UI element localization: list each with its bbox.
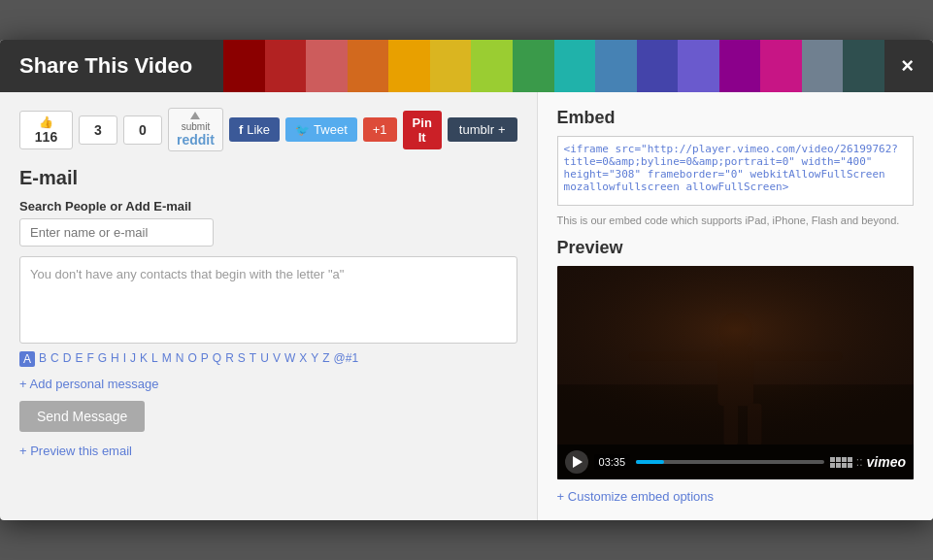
alpha-special[interactable]: @#1 (334, 351, 359, 367)
alpha-N[interactable]: N (176, 351, 184, 367)
video-preview: 03:35 (557, 266, 914, 479)
alpha-X[interactable]: X (299, 351, 307, 367)
email-section-title: E-mail (19, 167, 517, 189)
add-message-link[interactable]: + Add personal message (19, 377, 517, 391)
vimeo-logo: vimeo (867, 454, 906, 470)
search-field-label: Search People or Add E-mail (19, 199, 517, 214)
facebook-like-button[interactable]: f Like (229, 117, 280, 142)
volume-icon (830, 457, 852, 468)
thumb-icon: 👍 (39, 115, 53, 129)
social-bar: 👍 116 3 0 submit reddit f Like 🐦 Tweet (19, 108, 517, 151)
rainbow-bar (223, 40, 884, 92)
play-icon (573, 456, 583, 468)
alpha-C[interactable]: C (50, 351, 59, 367)
tweet-count-box: 3 (79, 115, 117, 145)
alpha-V[interactable]: V (273, 351, 281, 367)
alpha-O[interactable]: O (187, 351, 196, 367)
twitter-icon: 🐦 (295, 123, 310, 137)
reddit-label: reddit (177, 132, 215, 148)
customize-embed-link[interactable]: + Customize embed options (557, 489, 715, 504)
like-count-box: 👍 116 (19, 111, 73, 149)
left-panel: 👍 116 3 0 submit reddit f Like 🐦 Tweet (0, 92, 538, 520)
reddit-button[interactable]: submit reddit (168, 108, 223, 151)
alpha-G[interactable]: G (98, 351, 107, 367)
alpha-Y[interactable]: Y (311, 351, 318, 367)
tweet-button[interactable]: 🐦 Tweet (285, 117, 357, 142)
alpha-D[interactable]: D (63, 351, 72, 367)
video-time: 03:35 (594, 454, 631, 470)
alpha-Z[interactable]: Z (322, 351, 329, 367)
alpha-B[interactable]: B (39, 351, 47, 367)
alpha-P[interactable]: P (201, 351, 209, 367)
alpha-R[interactable]: R (225, 351, 234, 367)
facebook-icon: f (239, 122, 243, 137)
arrow-up-icon (190, 112, 200, 119)
alpha-I[interactable]: I (123, 351, 126, 367)
video-controls: 03:35 (557, 445, 914, 479)
tumblr-plus-icon: + (498, 122, 506, 137)
modal-body: 👍 116 3 0 submit reddit f Like 🐦 Tweet (0, 92, 933, 520)
embed-code-textarea[interactable] (557, 136, 914, 206)
alpha-E[interactable]: E (75, 351, 83, 367)
pinterest-button[interactable]: Pin It (403, 111, 442, 149)
tumblr-label: tumblr (459, 122, 494, 137)
gplus-count-box: 0 (123, 115, 162, 145)
alpha-J[interactable]: J (130, 351, 136, 367)
gplus-label: +1 (373, 122, 387, 137)
alpha-H[interactable]: H (111, 351, 119, 367)
alpha-M[interactable]: M (162, 351, 172, 367)
play-button[interactable] (565, 450, 588, 474)
modal-header: Share This Video × (0, 40, 933, 92)
preview-title: Preview (557, 238, 914, 258)
share-modal: Share This Video × � (0, 40, 933, 520)
right-panel: Embed This is our embed code which suppo… (538, 92, 933, 520)
preview-email-link[interactable]: + Preview this email (19, 444, 132, 458)
gplus-button[interactable]: +1 (363, 117, 397, 142)
alpha-S[interactable]: S (238, 351, 246, 367)
reddit-submit-label: submit (182, 121, 210, 132)
contacts-placeholder-text: You don't have any contacts that begin w… (30, 267, 344, 281)
alpha-F[interactable]: F (86, 351, 93, 367)
progress-bar[interactable] (636, 460, 824, 464)
like-count: 116 (35, 129, 57, 145)
alpha-T[interactable]: T (250, 351, 256, 367)
contacts-box: You don't have any contacts that begin w… (19, 256, 517, 344)
alpha-K[interactable]: K (140, 351, 148, 367)
email-section: E-mail Search People or Add E-mail You d… (19, 167, 517, 459)
alpha-U[interactable]: U (260, 351, 269, 367)
tweet-label: Tweet (314, 122, 348, 137)
facebook-label: Like (247, 122, 270, 137)
alphabet-nav: A B C D E F G H I J K L M N O P Q (19, 351, 517, 367)
alpha-W[interactable]: W (284, 351, 295, 367)
pinterest-label: Pin It (413, 115, 432, 145)
alpha-A[interactable]: A (19, 351, 35, 367)
close-button[interactable]: × (901, 53, 914, 79)
modal-title: Share This Video (19, 53, 192, 79)
fullscreen-icon: :: (856, 455, 863, 469)
send-message-button[interactable]: Send Message (19, 401, 145, 432)
alpha-Q[interactable]: Q (213, 351, 221, 367)
embed-title: Embed (557, 108, 914, 128)
tumblr-button[interactable]: tumblr + (448, 117, 517, 142)
alpha-L[interactable]: L (151, 351, 158, 367)
search-email-input[interactable] (19, 218, 214, 247)
progress-fill (636, 460, 664, 464)
embed-note: This is our embed code which supports iP… (557, 214, 914, 226)
